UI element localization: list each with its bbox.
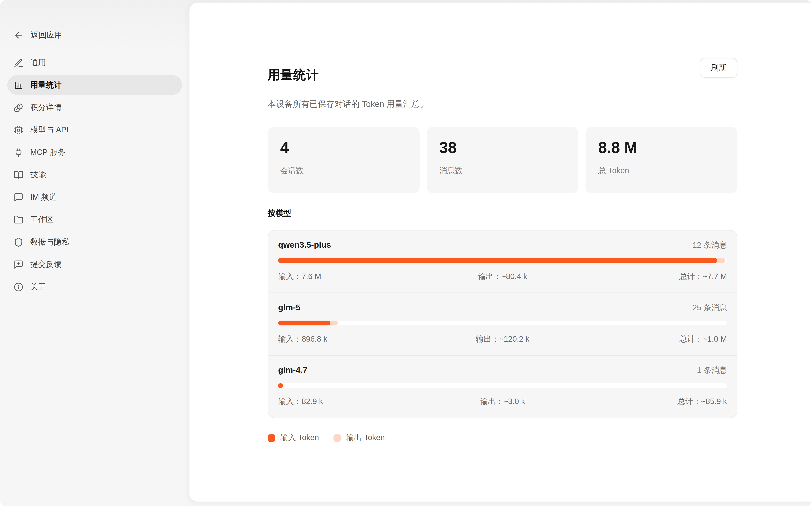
model-name: glm-5: [278, 303, 300, 312]
settings-window: 返回应用 通用 用量统计 积分详情 模型与 API MCP 服务 技能 IM 频…: [0, 0, 812, 506]
token-usage-bar: [278, 258, 727, 263]
sidebar-item-skills[interactable]: 技能: [7, 165, 182, 185]
stat-label: 总 Token: [598, 166, 725, 176]
input-token-segment: [278, 321, 330, 325]
message-icon: [14, 192, 24, 202]
sidebar-item-label: 积分详情: [30, 102, 62, 112]
input-stat: 输入：82.9 k: [278, 397, 428, 407]
main-panel: 用量统计 刷新 本设备所有已保存对话的 Token 用量汇总。 4 会话数 38…: [190, 3, 812, 501]
sidebar-item-label: 数据与隐私: [30, 237, 69, 247]
legend-item: 输入 Token: [268, 433, 319, 443]
sidebar-item-label: 模型与 API: [30, 125, 69, 135]
stat-value: 8.8 M: [598, 139, 725, 157]
model-usage-card: qwen3.5-plus 12 条消息 输入：7.6 M 输出：~80.4 k …: [268, 230, 737, 418]
bar-chart-icon: [14, 80, 24, 90]
pencil-icon: [14, 58, 24, 68]
shield-icon: [14, 237, 24, 247]
model-name: glm-4.7: [278, 365, 307, 375]
input-stat: 输入：7.6 M: [278, 272, 428, 282]
output-stat: 输出：~80.4 k: [428, 272, 577, 282]
back-to-app-label: 返回应用: [31, 30, 62, 40]
input-stat: 输入：896.8 k: [278, 334, 428, 344]
sidebar-item-models[interactable]: 模型与 API: [7, 120, 182, 140]
usage-content: 用量统计 刷新 本设备所有已保存对话的 Token 用量汇总。 4 会话数 38…: [268, 3, 737, 443]
sidebar-item-general[interactable]: 通用: [7, 53, 182, 73]
stat-card: 8.8 M 总 Token: [586, 127, 737, 193]
folder-icon: [14, 215, 24, 225]
total-stat: 总计：~1.0 M: [577, 334, 727, 344]
feedback-icon: [14, 259, 24, 269]
input-token-segment: [278, 258, 717, 263]
output-stat: 输出：~3.0 k: [428, 397, 577, 407]
sidebar-item-about[interactable]: 关于: [7, 277, 182, 297]
sidebar-item-feedback[interactable]: 提交反馈: [7, 254, 182, 274]
sidebar-item-label: 通用: [30, 58, 46, 68]
book-open-icon: [14, 170, 24, 180]
stat-label: 会话数: [280, 166, 407, 176]
by-model-section-label: 按模型: [268, 208, 737, 219]
sidebar-item-privacy[interactable]: 数据与隐私: [7, 232, 182, 252]
sidebar-item-label: IM 频道: [30, 192, 57, 202]
legend-swatch: [268, 434, 275, 441]
arrow-left-icon: [14, 30, 24, 40]
page-subtitle: 本设备所有已保存对话的 Token 用量汇总。: [268, 99, 737, 110]
model-message-count: 25 条消息: [692, 303, 727, 313]
stat-card: 4 会话数: [268, 127, 419, 193]
back-to-app-button[interactable]: 返回应用: [7, 30, 182, 40]
model-message-count: 12 条消息: [692, 240, 727, 250]
sidebar-item-label: 用量统计: [30, 80, 62, 90]
model-name: qwen3.5-plus: [278, 240, 331, 250]
sidebar-item-label: 技能: [30, 170, 46, 180]
output-stat: 输出：~120.2 k: [428, 334, 577, 344]
total-stat: 总计：~7.7 M: [577, 272, 727, 282]
sidebar-item-usage[interactable]: 用量统计: [7, 75, 182, 95]
sidebar-item-mcp[interactable]: MCP 服务: [7, 142, 182, 162]
plug-icon: [14, 147, 24, 157]
model-row: glm-4.7 1 条消息 输入：82.9 k 输出：~3.0 k 总计：~85…: [268, 355, 737, 418]
stat-label: 消息数: [439, 166, 566, 176]
sidebar-item-credits[interactable]: 积分详情: [7, 97, 182, 117]
page-header: 用量统计 刷新: [268, 58, 737, 92]
total-stat: 总计：~85.9 k: [577, 397, 727, 407]
stat-card: 38 消息数: [427, 127, 578, 193]
sidebar-item-label: 工作区: [30, 215, 54, 225]
sidebar-item-label: MCP 服务: [30, 147, 65, 157]
legend-swatch: [334, 434, 341, 441]
legend-label: 输出 Token: [346, 433, 385, 443]
legend-label: 输入 Token: [280, 433, 319, 443]
sidebar-item-label: 关于: [30, 282, 46, 292]
sidebar: 返回应用 通用 用量统计 积分详情 模型与 API MCP 服务 技能 IM 频…: [0, 0, 190, 506]
model-row: qwen3.5-plus 12 条消息 输入：7.6 M 输出：~80.4 k …: [268, 231, 737, 292]
stat-value: 38: [439, 139, 566, 157]
refresh-button[interactable]: 刷新: [700, 58, 737, 78]
stat-cards: 4 会话数 38 消息数 8.8 M 总 Token: [268, 127, 737, 193]
stat-value: 4: [280, 139, 407, 157]
sidebar-item-im[interactable]: IM 频道: [7, 187, 182, 207]
model-message-count: 1 条消息: [697, 365, 727, 375]
model-row: glm-5 25 条消息 输入：896.8 k 输出：~120.2 k 总计：~…: [268, 293, 737, 355]
info-icon: [14, 282, 24, 292]
legend: 输入 Token 输出 Token: [268, 433, 737, 443]
sidebar-item-workspace[interactable]: 工作区: [7, 209, 182, 230]
cpu-icon: [14, 125, 24, 135]
sidebar-item-label: 提交反馈: [30, 259, 62, 269]
token-usage-bar: [278, 384, 727, 388]
legend-item: 输出 Token: [334, 433, 385, 443]
sidebar-nav: 通用 用量统计 积分详情 模型与 API MCP 服务 技能 IM 频道 工作区…: [7, 53, 182, 297]
token-usage-bar: [278, 321, 727, 325]
page-title: 用量统计: [268, 66, 319, 84]
coins-icon: [14, 102, 24, 112]
